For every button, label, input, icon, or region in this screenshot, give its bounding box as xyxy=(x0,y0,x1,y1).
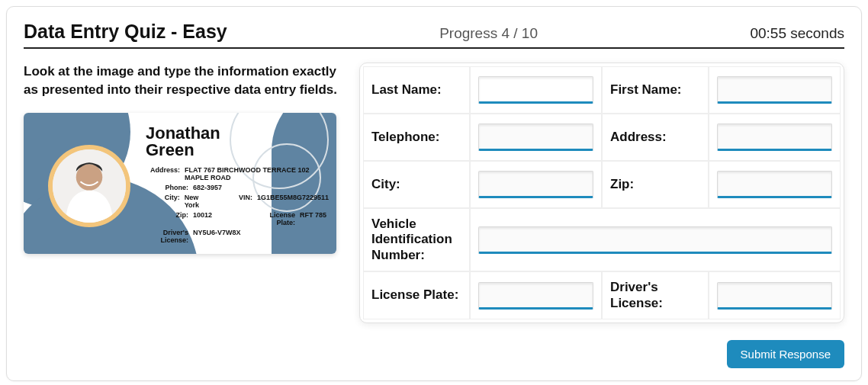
form-grid: Last Name: First Name: Telephone: Addres… xyxy=(363,66,841,319)
avatar-ring xyxy=(48,145,130,227)
card-label-address: Address: xyxy=(138,166,185,181)
card-name: Jonathan Green xyxy=(146,125,220,159)
label-zip: Zip: xyxy=(610,177,634,192)
timer-display: 00:55 seconds xyxy=(750,25,844,42)
svg-point-1 xyxy=(76,164,103,191)
form-panel: Last Name: First Name: Telephone: Addres… xyxy=(359,63,844,323)
card-last-name: Green xyxy=(146,142,220,159)
input-vin[interactable] xyxy=(478,226,832,254)
quiz-page: Data Entry Quiz - Easy Progress 4 / 10 0… xyxy=(6,6,862,381)
card-value-zip: 10012 xyxy=(193,211,212,226)
card-label-drivers: Driver's License: xyxy=(138,229,193,244)
content-area: Look at the image and type the informati… xyxy=(24,63,844,323)
card-label-zip: Zip: xyxy=(138,211,193,226)
progress-indicator: Progress 4 / 10 xyxy=(227,25,751,42)
page-title: Data Entry Quiz - Easy xyxy=(24,21,227,43)
label-drivers: Driver's License: xyxy=(610,280,700,311)
person-icon xyxy=(53,149,126,223)
card-value-address: FLAT 767 BIRCHWOOD TERRACE 102 MAPLE ROA… xyxy=(185,166,329,181)
submit-button[interactable]: Submit Response xyxy=(727,340,844,368)
card-value-phone: 682-3957 xyxy=(193,184,222,191)
label-telephone: Telephone: xyxy=(371,130,439,145)
card-value-vin: 1G1BE55M8G7229511 xyxy=(257,194,329,209)
label-city: City: xyxy=(371,177,400,192)
instruction-text: Look at the image and type the informati… xyxy=(24,63,344,99)
input-address[interactable] xyxy=(717,124,832,151)
card-value-drivers: NY5U6-V7W8X xyxy=(193,229,241,244)
input-plate[interactable] xyxy=(478,282,593,310)
input-first-name[interactable] xyxy=(717,76,832,104)
avatar xyxy=(53,149,126,223)
label-last-name: Last Name: xyxy=(371,82,442,98)
input-zip[interactable] xyxy=(717,171,832,198)
input-city[interactable] xyxy=(478,171,593,198)
card-label-vin: VIN: xyxy=(210,194,257,209)
footer-bar: Submit Response xyxy=(24,340,844,368)
input-drivers[interactable] xyxy=(717,282,832,310)
id-card-image: Jonathan Green Address: FLAT 767 BIRCHWO… xyxy=(24,113,336,254)
label-vin: Vehicle Identification Number: xyxy=(371,217,461,263)
card-details: Address: FLAT 767 BIRCHWOOD TERRACE 102 … xyxy=(138,166,329,246)
label-first-name: First Name: xyxy=(610,82,682,98)
card-label-city: City: xyxy=(138,194,185,209)
card-label-plate: License Plate: xyxy=(252,211,300,226)
label-address: Address: xyxy=(610,130,667,145)
card-first-name: Jonathan xyxy=(146,125,220,142)
left-column: Look at the image and type the informati… xyxy=(24,63,344,323)
input-last-name[interactable] xyxy=(478,76,593,104)
card-value-plate: RFT 785 xyxy=(300,211,326,226)
label-plate: License Plate: xyxy=(371,287,458,303)
input-telephone[interactable] xyxy=(478,124,593,151)
header-bar: Data Entry Quiz - Easy Progress 4 / 10 0… xyxy=(24,21,844,49)
card-label-phone: Phone: xyxy=(138,184,193,191)
card-value-city: New York xyxy=(185,194,210,209)
